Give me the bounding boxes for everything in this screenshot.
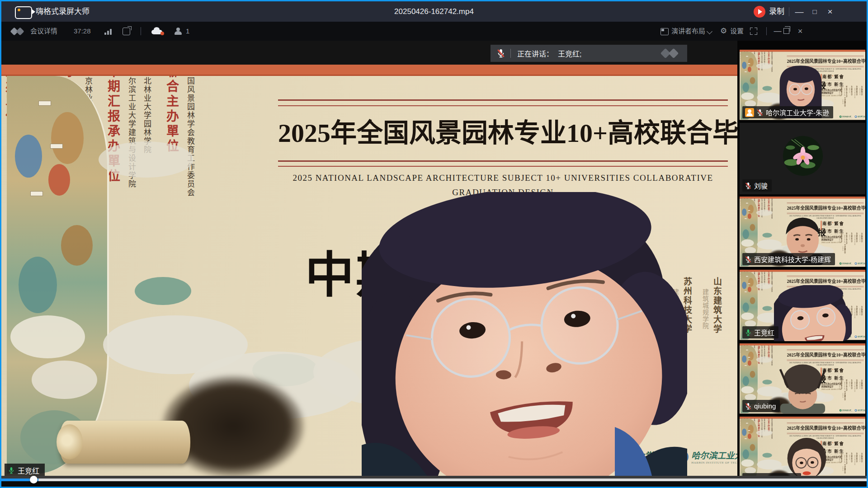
logo-nefu: 东北林业大学NORTHEAST FORESTRY UNIVERSITY bbox=[840, 409, 853, 412]
logo-hit: 哈尔滨工业大学HARBIN INSTITUTE OF TECHNOLOGY bbox=[855, 262, 865, 265]
participant-tile[interactable]: 2025年全国风景园林专业10+高校联合毕业设计 2025 NATIONAL L… bbox=[740, 197, 865, 268]
speaker-layout-button[interactable]: 演讲者布局 bbox=[671, 22, 705, 41]
rolled-scroll-end bbox=[59, 421, 190, 464]
recorder-maximize-button[interactable]: □ bbox=[808, 1, 821, 22]
lotus-avatar bbox=[782, 135, 824, 177]
hit-logo-icon bbox=[855, 336, 857, 338]
participant-tile[interactable]: 2025年全国风景园林专业10+高校联合毕业设计 2025 NATIONAL L… bbox=[740, 50, 865, 121]
university-columns: 建筑与规划学院沈阳建筑大学 建筑与设计学院哈尔滨工业大学 园林学院东北林业大学 … bbox=[839, 380, 864, 413]
share-screen-icon[interactable] bbox=[123, 28, 130, 35]
gear-icon[interactable]: ⚙ bbox=[720, 22, 727, 41]
main-video-region: 2025年全国风景园林专业10+高校联合毕业设计 2025 NATIONAL L… bbox=[1, 65, 737, 476]
mountain-decoration bbox=[135, 277, 191, 305]
meeting-toolbar: 会议详情 37:28 1 演讲者布局 ⚙ 设置 — × bbox=[1, 22, 867, 41]
university-logos: 东北林业大学NORTHEAST FORESTRY UNIVERSITY 哈尔滨工… bbox=[840, 262, 865, 265]
record-label: 录制 bbox=[769, 1, 784, 22]
speaking-name: 王竞红; bbox=[558, 48, 581, 59]
hit-logo-icon bbox=[855, 409, 857, 412]
scroll-painting bbox=[7, 76, 109, 474]
main-speaker-label: 王竞红 bbox=[5, 464, 45, 477]
meeting-app-logo-icon bbox=[10, 28, 26, 35]
playback-progress-track[interactable] bbox=[1, 479, 867, 481]
meeting-close-button[interactable]: × bbox=[793, 22, 807, 41]
participants-icon[interactable] bbox=[174, 27, 182, 35]
university-columns: 建筑与规划学院沈阳建筑大学 建筑与设计学院哈尔滨工业大学 园林学院东北林业大学 … bbox=[839, 233, 864, 267]
divider bbox=[789, 7, 789, 16]
meeting-restore-button[interactable] bbox=[783, 28, 789, 34]
logo-hit: 哈尔滨工业大学HARBIN INSTITUTE OF TECHNOLOGY bbox=[855, 409, 865, 412]
muted-mic-icon bbox=[745, 403, 751, 410]
nefu-logo-icon bbox=[840, 263, 842, 265]
slide-top-band bbox=[740, 50, 865, 52]
active-mic-icon bbox=[745, 329, 751, 336]
slide-top-band bbox=[1, 65, 737, 76]
speaking-prefix: 正在讲话： bbox=[517, 48, 553, 59]
participant-tile[interactable]: 2025年全国风景园林专业10+高校联合毕业设计 2025 NATIONAL L… bbox=[740, 343, 865, 415]
participant-webcam bbox=[774, 285, 852, 341]
participant-label: 哈尔滨工业大学-朱逊 bbox=[742, 106, 833, 118]
app-title: 嗨格式录屏大师 bbox=[36, 1, 90, 22]
logo-nefu: 东北林业大学NORTHEAST FORESTRY UNIVERSITY bbox=[840, 262, 853, 265]
settings-button[interactable]: 设置 bbox=[730, 22, 744, 41]
university-columns: 建筑与规划学院沈阳建筑大学 建筑与设计学院哈尔滨工业大学 园林学院东北林业大学 … bbox=[839, 86, 864, 120]
divider bbox=[510, 49, 511, 58]
muted-mic-icon bbox=[745, 256, 751, 263]
recorder-title-bar: 嗨格式录屏大师 20250426-162742.mp4 录制 — □ × bbox=[1, 1, 867, 22]
cloud-decoration bbox=[99, 141, 193, 178]
slide-top-band bbox=[740, 343, 865, 345]
chevron-down-icon[interactable] bbox=[707, 28, 712, 34]
university-logos: 东北林业大学NORTHEAST FORESTRY UNIVERSITY 哈尔滨工… bbox=[840, 409, 865, 412]
participant-tile[interactable]: 2025年全国风景园林专业10+高校联合毕业设计 2025 NATIONAL L… bbox=[740, 270, 865, 341]
meeting-minimize-button[interactable]: — bbox=[771, 22, 784, 41]
divider bbox=[766, 27, 767, 35]
participant-label: 西安建筑科技大学-杨建辉 bbox=[742, 253, 835, 265]
logo-hit: 哈尔滨工业大学HARBIN INSTITUTE OF TECHNOLOGY bbox=[855, 115, 865, 118]
hit-logo-icon bbox=[855, 116, 857, 118]
application-window: 嗨格式录屏大师 20250426-162742.mp4 录制 — □ × 会议详… bbox=[0, 0, 868, 488]
logo-nefu: 东北林业大学NORTHEAST FORESTRY UNIVERSITY bbox=[840, 115, 853, 118]
slide-top-band bbox=[740, 417, 865, 418]
participant-sidebar: 2025年全国风景园林专业10+高校联合毕业设计 2025 NATIONAL L… bbox=[737, 41, 867, 486]
speaking-banner: 正在讲话： 王竞红; bbox=[491, 45, 687, 62]
muted-mic-icon bbox=[757, 109, 763, 116]
slide-title-en1: 2025 NATIONAL LANDSCAPE ARCHITECTURE SUB… bbox=[269, 173, 737, 183]
slide-title-cn: 2025年全国风景园林专业10+高校联合毕业设计 bbox=[787, 278, 864, 284]
muted-mic-icon bbox=[745, 182, 751, 189]
recorder-minimize-button[interactable]: — bbox=[793, 1, 806, 22]
watermark-logo-icon bbox=[660, 47, 681, 59]
participant-label: 刘骏 bbox=[742, 179, 772, 192]
bottom-strip bbox=[1, 481, 867, 487]
nefu-logo-icon bbox=[840, 116, 842, 118]
participant-label: 王竞红 bbox=[742, 326, 778, 338]
mountain-decoration bbox=[762, 306, 772, 311]
progress-knob[interactable] bbox=[30, 476, 38, 483]
fullscreen-icon[interactable] bbox=[750, 28, 757, 35]
active-mic-icon bbox=[8, 467, 14, 474]
hit-logo-icon bbox=[855, 263, 857, 265]
cloud-decoration bbox=[756, 283, 773, 289]
host-badge-icon bbox=[745, 108, 754, 117]
slide-top-band bbox=[740, 197, 865, 198]
recorder-close-button[interactable]: × bbox=[823, 1, 837, 22]
meeting-details-button[interactable]: 会议详情 bbox=[30, 22, 57, 41]
camera-icon bbox=[15, 6, 32, 19]
slide-top-band bbox=[740, 270, 865, 272]
participant-label: qiubing bbox=[742, 400, 780, 412]
nefu-logo-icon bbox=[840, 409, 842, 412]
slide-title-cn: 2025年全国风景园林专业10+高校联合毕业设计 bbox=[278, 112, 728, 150]
university-logos: 东北林业大学NORTHEAST FORESTRY UNIVERSITY 哈尔滨工… bbox=[840, 115, 865, 118]
participant-count: 1 bbox=[186, 22, 189, 41]
participant-tile[interactable]: 刘骏 bbox=[740, 123, 865, 194]
layout-icon bbox=[660, 28, 669, 35]
muted-mic-icon bbox=[497, 49, 505, 58]
meeting-timer: 37:28 bbox=[74, 22, 91, 41]
cloud-record-icon[interactable] bbox=[151, 27, 164, 35]
logo-hit: 哈尔滨工业大学HARBIN INSTITUTE OF TECHNOLOGY bbox=[855, 335, 865, 338]
record-button[interactable] bbox=[754, 6, 765, 18]
network-signal-icon bbox=[104, 28, 113, 35]
main-speaker-name: 王竞红 bbox=[18, 465, 39, 476]
main-speaker-webcam bbox=[362, 192, 687, 476]
recording-file-name: 20250426-162742.mp4 bbox=[394, 1, 474, 22]
divider bbox=[141, 27, 141, 35]
